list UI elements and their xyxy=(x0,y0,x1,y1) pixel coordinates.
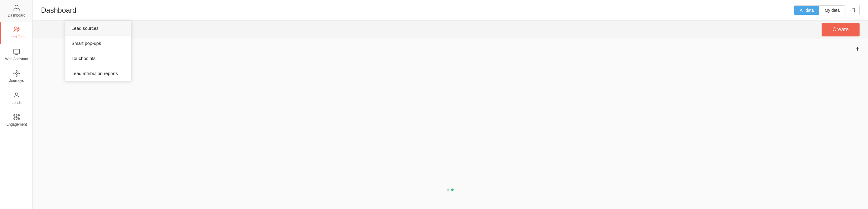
dropdown-item-smart-popups[interactable]: Smart pop-ups xyxy=(65,36,131,51)
all-data-button[interactable]: All data xyxy=(794,6,819,15)
sidebar-item-journeys-label: Journeys xyxy=(9,79,24,83)
sidebar-item-engagement[interactable]: Engagement xyxy=(0,109,32,131)
loading-indicator xyxy=(447,188,454,191)
web-assistant-icon xyxy=(13,48,21,56)
my-data-button[interactable]: My data xyxy=(819,6,845,15)
content-area: + xyxy=(33,39,868,209)
svg-point-9 xyxy=(16,70,17,72)
sidebar-item-dashboard[interactable]: Dashboard xyxy=(0,0,32,22)
sidebar-item-web-assistant-label: Web Assistant xyxy=(5,57,28,61)
svg-point-11 xyxy=(16,75,17,76)
svg-point-19 xyxy=(18,114,19,116)
sidebar-item-web-assistant[interactable]: Web Assistant xyxy=(0,44,32,65)
svg-point-8 xyxy=(13,73,15,74)
topbar-controls: All data My data ⇅ xyxy=(794,5,860,15)
lead-gen-icon xyxy=(13,26,21,34)
svg-point-25 xyxy=(13,118,15,119)
sidebar-item-journeys[interactable]: Journeys xyxy=(0,65,32,87)
journeys-icon xyxy=(13,70,21,77)
dropdown-item-touchpoints[interactable]: Touchpoints xyxy=(65,51,131,66)
sidebar-item-dashboard-label: Dashboard xyxy=(8,13,26,18)
svg-point-26 xyxy=(16,118,17,119)
filter-icon: ⇅ xyxy=(852,7,856,13)
create-button[interactable]: Create xyxy=(822,23,860,36)
sidebar-item-leads[interactable]: Leads xyxy=(0,87,32,109)
svg-rect-5 xyxy=(13,49,20,54)
sidebar-item-engagement-label: Engagement xyxy=(6,122,27,127)
engagement-icon xyxy=(13,113,21,121)
data-toggle: All data My data xyxy=(794,5,845,15)
dot-green xyxy=(451,188,454,191)
svg-point-10 xyxy=(18,73,19,74)
leads-icon xyxy=(13,92,21,99)
svg-point-1 xyxy=(14,27,17,30)
lead-gen-dropdown: Lead sources Smart pop-ups Touchpoints L… xyxy=(65,21,131,81)
dot-gray xyxy=(447,188,450,191)
sidebar: Dashboard Lead Gen Web Assistant xyxy=(0,0,33,209)
svg-point-17 xyxy=(13,114,15,116)
dropdown-item-lead-sources[interactable]: Lead sources xyxy=(65,21,131,36)
sidebar-item-leads-label: Leads xyxy=(12,101,22,105)
svg-point-27 xyxy=(18,118,19,119)
svg-point-16 xyxy=(16,93,18,96)
topbar: Dashboard All data My data ⇅ xyxy=(33,0,868,21)
subheader: Create xyxy=(33,21,868,39)
svg-point-18 xyxy=(16,114,17,116)
sidebar-item-lead-gen-label: Lead Gen xyxy=(9,35,25,39)
dashboard-icon xyxy=(13,4,21,12)
filter-button[interactable]: ⇅ xyxy=(848,5,860,15)
sidebar-item-lead-gen[interactable]: Lead Gen xyxy=(0,22,32,43)
page-title: Dashboard xyxy=(41,6,76,14)
main-content: Dashboard All data My data ⇅ Create + Le… xyxy=(33,0,868,209)
add-button[interactable]: + xyxy=(855,44,860,53)
dropdown-item-lead-attribution[interactable]: Lead attribution reports xyxy=(65,66,131,81)
